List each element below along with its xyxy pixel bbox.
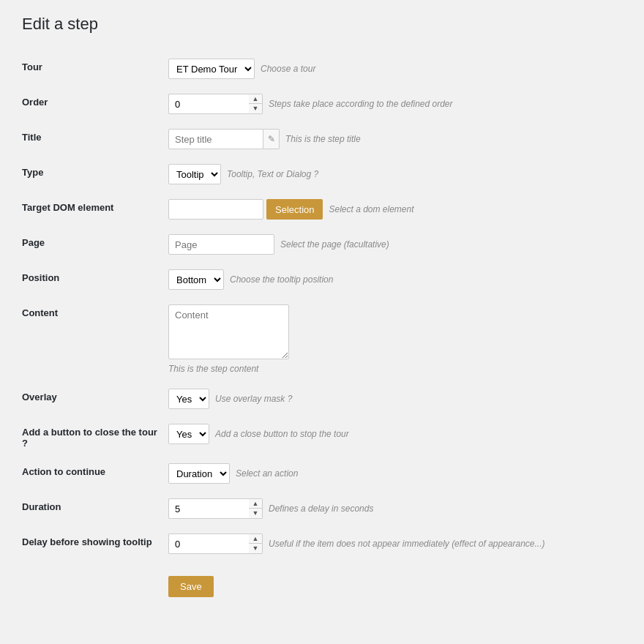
page-field: Select the page (facultative)	[168, 227, 622, 262]
order-up-btn[interactable]: ▲	[249, 94, 262, 104]
title-icon-btn[interactable]: ✎	[263, 129, 280, 149]
overlay-label: Overlay	[22, 381, 168, 416]
duration-down-btn[interactable]: ▼	[249, 509, 262, 518]
content-label: Content	[22, 297, 168, 381]
dom-input-wrap: Selection	[168, 199, 323, 220]
order-hint: Steps take place according to the define…	[269, 99, 453, 109]
page-row: Page Select the page (facultative)	[22, 227, 622, 262]
duration-row: Duration ▲ ▼ Defines a delay in seconds	[22, 491, 622, 526]
delay-hint: Useful if the item does not appear immed…	[269, 539, 545, 549]
title-row: Title ✎ This is the step title	[22, 121, 622, 157]
order-label: Order	[22, 86, 168, 121]
tour-row: Tour ET Demo Tour Choose a tour	[22, 51, 622, 86]
title-label: Title	[22, 121, 168, 157]
type-field: Tooltip Text Dialog Tooltip, Text or Dia…	[168, 157, 622, 192]
action-continue-hint: Select an action	[236, 468, 298, 479]
target-dom-row: Target DOM element Selection Select a do…	[22, 192, 622, 227]
type-label: Type	[22, 157, 168, 192]
position-field: Bottom Top Left Right Choose the tooltip…	[168, 262, 622, 297]
position-label: Position	[22, 262, 168, 297]
type-select[interactable]: Tooltip Text Dialog	[168, 164, 221, 184]
target-dom-input[interactable]	[168, 199, 263, 220]
content-row: Content This is the step content	[22, 297, 622, 381]
action-continue-row: Action to continue Duration Click Submit…	[22, 456, 622, 491]
duration-field: ▲ ▼ Defines a delay in seconds	[168, 491, 622, 526]
page-input[interactable]	[168, 234, 274, 255]
duration-input[interactable]	[168, 498, 249, 519]
delay-down-btn[interactable]: ▼	[249, 544, 262, 553]
content-hint: This is the step content	[168, 364, 622, 374]
close-tour-field: Yes No Add a close button to stop the to…	[168, 416, 622, 456]
page-hint: Select the page (facultative)	[280, 239, 389, 250]
order-row: Order ▲ ▼ Steps take place according to …	[22, 86, 622, 121]
action-continue-field: Duration Click Submit Select an action	[168, 456, 622, 491]
target-dom-field: Selection Select a dom element	[168, 192, 622, 227]
type-hint: Tooltip, Text or Dialog ?	[227, 169, 318, 179]
duration-label: Duration	[22, 491, 168, 526]
edit-step-form: Tour ET Demo Tour Choose a tour Order	[22, 51, 622, 604]
tour-select[interactable]: ET Demo Tour	[168, 59, 255, 79]
order-spinner-btns: ▲ ▼	[249, 94, 263, 114]
overlay-field: Yes No Use overlay mask ?	[168, 381, 622, 416]
action-continue-label: Action to continue	[22, 456, 168, 491]
title-edit-icon: ✎	[268, 134, 275, 144]
tour-field: ET Demo Tour Choose a tour	[168, 51, 622, 86]
duration-up-btn[interactable]: ▲	[249, 499, 262, 509]
delay-field: ▲ ▼ Useful if the item does not appear i…	[168, 526, 622, 561]
save-button[interactable]: Save	[168, 576, 214, 597]
tour-hint: Choose a tour	[261, 64, 315, 74]
duration-spinner-btns: ▲ ▼	[249, 498, 263, 519]
order-field: ▲ ▼ Steps take place according to the de…	[168, 86, 622, 121]
target-dom-label: Target DOM element	[22, 192, 168, 227]
close-tour-select[interactable]: Yes No	[168, 424, 209, 444]
close-tour-hint: Add a close button to stop the tour	[215, 429, 349, 439]
title-input[interactable]	[168, 129, 263, 149]
delay-label: Delay before showing tooltip	[22, 526, 168, 561]
position-hint: Choose the tooltip position	[230, 274, 333, 285]
title-field: ✎ This is the step title	[168, 121, 622, 157]
position-select[interactable]: Bottom Top Left Right	[168, 269, 224, 290]
save-field: Save	[168, 561, 622, 604]
action-continue-select[interactable]: Duration Click Submit	[168, 463, 230, 484]
close-tour-row: Add a button to close the tour ? Yes No …	[22, 416, 622, 456]
duration-spinner: ▲ ▼	[168, 498, 263, 519]
page-label: Page	[22, 227, 168, 262]
save-spacer	[22, 561, 168, 604]
overlay-row: Overlay Yes No Use overlay mask ?	[22, 381, 622, 416]
order-down-btn[interactable]: ▼	[249, 104, 262, 113]
duration-hint: Defines a delay in seconds	[269, 503, 373, 514]
close-tour-label: Add a button to close the tour ?	[22, 416, 168, 456]
selection-button[interactable]: Selection	[266, 199, 323, 220]
target-dom-hint: Select a dom element	[329, 204, 413, 214]
save-row: Save	[22, 561, 622, 604]
order-spinner: ▲ ▼	[168, 94, 263, 114]
position-row: Position Bottom Top Left Right Choose th…	[22, 262, 622, 297]
content-textarea[interactable]	[168, 304, 289, 359]
delay-input[interactable]	[168, 533, 249, 554]
order-input[interactable]	[168, 94, 249, 114]
overlay-hint: Use overlay mask ?	[215, 394, 292, 404]
delay-row: Delay before showing tooltip ▲ ▼ Useful …	[22, 526, 622, 561]
delay-up-btn[interactable]: ▲	[249, 534, 262, 544]
tour-label: Tour	[22, 51, 168, 86]
overlay-select[interactable]: Yes No	[168, 389, 209, 409]
title-hint: This is the step title	[285, 134, 361, 144]
content-field: This is the step content	[168, 297, 622, 381]
page-title: Edit a step	[22, 15, 622, 34]
delay-spinner: ▲ ▼	[168, 533, 263, 554]
delay-spinner-btns: ▲ ▼	[249, 533, 263, 554]
type-row: Type Tooltip Text Dialog Tooltip, Text o…	[22, 157, 622, 192]
